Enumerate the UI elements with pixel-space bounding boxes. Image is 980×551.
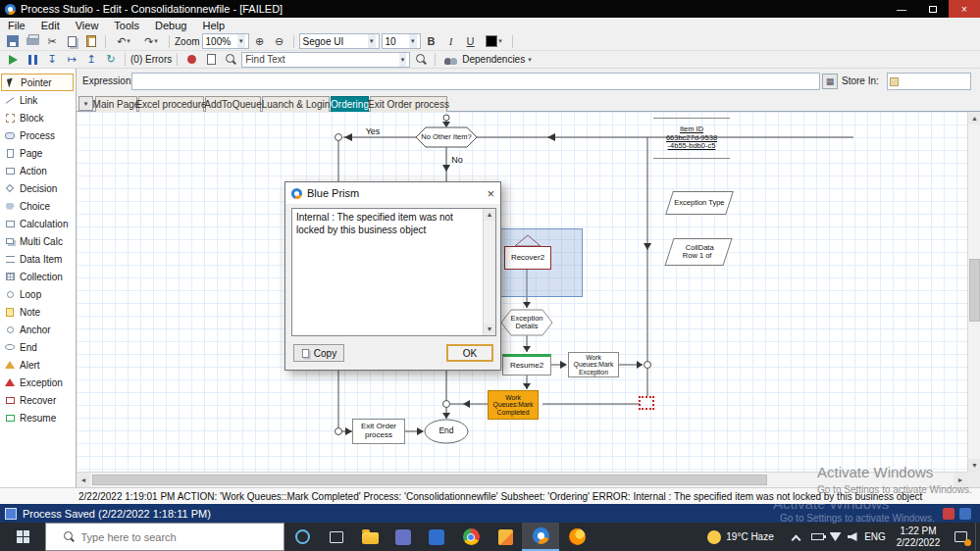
dialog-close-icon[interactable]: × (487, 186, 494, 201)
font-size-select[interactable]: 10▾ (382, 33, 421, 49)
task-view-button[interactable] (320, 523, 353, 551)
blue-prism-taskbar-button[interactable] (522, 523, 559, 551)
bold-button[interactable]: B (423, 33, 440, 49)
zoom-out-button[interactable]: ⊖ (271, 33, 288, 49)
exception-details-stage[interactable]: Exception Details (501, 310, 552, 335)
errors-label[interactable]: (0) Errors (130, 54, 172, 65)
palette-item-alert[interactable]: Alert (0, 356, 76, 374)
palette-item-resume[interactable]: Resume (0, 409, 76, 426)
tab-exit-order-process[interactable]: Exit Order process (370, 96, 447, 112)
underline-button[interactable]: U (462, 33, 480, 49)
expression-editor-button[interactable]: ▦ (822, 74, 838, 89)
find-text-combo[interactable]: Find Text▾ (241, 52, 410, 68)
palette-item-choice[interactable]: Choice (0, 197, 76, 215)
tab-ordering[interactable]: Ordering (331, 96, 369, 112)
menu-view[interactable]: View (68, 18, 107, 32)
menu-file[interactable]: File (0, 18, 33, 32)
find-next-button[interactable] (412, 52, 430, 68)
language-indicator[interactable]: ENG (859, 523, 891, 551)
undo-button[interactable]: ↶▾ (111, 33, 136, 49)
tab-luanch-login[interactable]: Luanch & Login (262, 96, 330, 112)
process-canvas[interactable]: No Other Item? Yes No Item ID 663bc27d-9… (77, 112, 967, 472)
menu-edit[interactable]: Edit (33, 18, 68, 32)
palette-item-calculation[interactable]: Calculation (0, 215, 76, 232)
taskbar-search[interactable] (45, 523, 284, 551)
horizontal-scroll-thumb[interactable] (92, 475, 767, 485)
tab-addtoqueue[interactable]: AddToQueue (205, 96, 261, 112)
palette-item-pointer[interactable]: Pointer (1, 74, 74, 91)
menu-debug[interactable]: Debug (147, 18, 194, 32)
step-in-button[interactable]: ↧ (43, 52, 61, 68)
red-flag-icon[interactable] (943, 508, 954, 520)
paste-button[interactable] (82, 33, 100, 49)
palette-item-recover[interactable]: Recover (0, 391, 76, 409)
colldata-stage[interactable]: CollData Row 1 of (664, 238, 732, 266)
font-color-button[interactable]: ▾ (482, 33, 507, 49)
cortana-button[interactable] (284, 523, 320, 551)
recover-stage[interactable]: Recover2 (504, 246, 551, 270)
palette-item-action[interactable]: Action (0, 162, 76, 179)
zoom-select[interactable]: 100%▾ (202, 33, 249, 49)
tab-list-dropdown[interactable]: ▾ (78, 96, 93, 111)
search-button[interactable] (222, 52, 239, 68)
maximize-button[interactable] (917, 0, 949, 18)
ok-button[interactable]: OK (446, 344, 493, 362)
file-explorer-button[interactable] (353, 523, 387, 551)
search-input[interactable] (81, 531, 268, 543)
palette-item-process[interactable]: Process (0, 126, 76, 144)
minimize-button[interactable]: — (886, 0, 917, 18)
reset-button[interactable]: ↻ (102, 52, 120, 68)
font-select[interactable]: Segoe UI▾ (299, 33, 380, 49)
cut-button[interactable]: ✂ (43, 33, 61, 49)
palette-item-multi-calc[interactable]: Multi Calc (0, 232, 76, 250)
breakpoint-button[interactable] (182, 52, 200, 68)
palette-item-anchor[interactable]: Anchor (0, 321, 76, 338)
zoom-in-button[interactable]: ⊕ (251, 33, 269, 49)
palette-item-note[interactable]: Note (0, 303, 76, 321)
start-button[interactable] (0, 523, 45, 551)
clock[interactable]: 1:22 PM2/22/2022 (891, 523, 946, 551)
firefox-button[interactable] (559, 523, 594, 551)
dialog-scroll-down-arrow[interactable]: ▼ (484, 324, 495, 335)
dialog-scroll-up-arrow[interactable]: ▲ (484, 209, 495, 221)
scroll-up-arrow[interactable]: ▲ (968, 112, 980, 125)
menu-tools[interactable]: Tools (106, 18, 147, 32)
print-button[interactable] (24, 33, 41, 49)
palette-item-exception[interactable]: Exception (0, 374, 76, 391)
redo-button[interactable]: ↷▾ (138, 33, 164, 49)
weather-widget[interactable]: 19°C Haze (698, 523, 783, 551)
scroll-down-arrow[interactable]: ▼ (968, 459, 980, 472)
copy-dialog-button[interactable]: Copy (293, 344, 344, 362)
chrome-button[interactable] (453, 523, 489, 551)
palette-item-decision[interactable]: Decision (0, 179, 76, 197)
end-stage[interactable]: End (425, 420, 468, 443)
system-tray[interactable] (808, 523, 859, 551)
action-center-button[interactable] (946, 523, 975, 551)
exception-type-stage[interactable]: Exception Type (665, 191, 734, 215)
teams-button[interactable] (387, 523, 420, 551)
copy-button[interactable] (63, 33, 80, 49)
tab-excel-procedure[interactable]: Excel procedure (138, 96, 204, 112)
vertical-scroll-thumb[interactable] (969, 259, 980, 322)
store-in-field[interactable] (887, 73, 971, 90)
tab-main-page[interactable]: Main Page (95, 96, 137, 112)
dependencies-button[interactable]: Dependencies (462, 54, 525, 65)
scroll-right-arrow[interactable]: ► (954, 473, 967, 487)
resume-stage[interactable]: Resume2 (502, 354, 551, 376)
show-desktop-button[interactable] (975, 523, 980, 551)
document-app-button[interactable] (489, 523, 522, 551)
breakpoint-marker[interactable] (639, 396, 654, 410)
outlook-button[interactable] (420, 523, 453, 551)
work-queues-mark-completed-stage[interactable]: Work Queues:Mark Completed (488, 390, 539, 420)
exit-order-process-stage[interactable]: Exit Order process (352, 419, 405, 444)
decision-stage[interactable]: No Other Item? (416, 127, 477, 147)
scroll-left-arrow[interactable]: ◄ (77, 473, 90, 487)
step-over-button[interactable]: ↦ (63, 52, 80, 68)
pause-button[interactable] (24, 52, 41, 68)
palette-item-page[interactable]: Page (0, 144, 76, 162)
palette-item-link[interactable]: Link (0, 91, 76, 109)
step-out-button[interactable]: ↥ (82, 52, 100, 68)
palette-item-data-item[interactable]: Data Item (0, 250, 76, 268)
work-queues-mark-exception-stage[interactable]: Work Queues:Mark Exception (568, 352, 619, 377)
italic-button[interactable]: I (442, 33, 460, 49)
